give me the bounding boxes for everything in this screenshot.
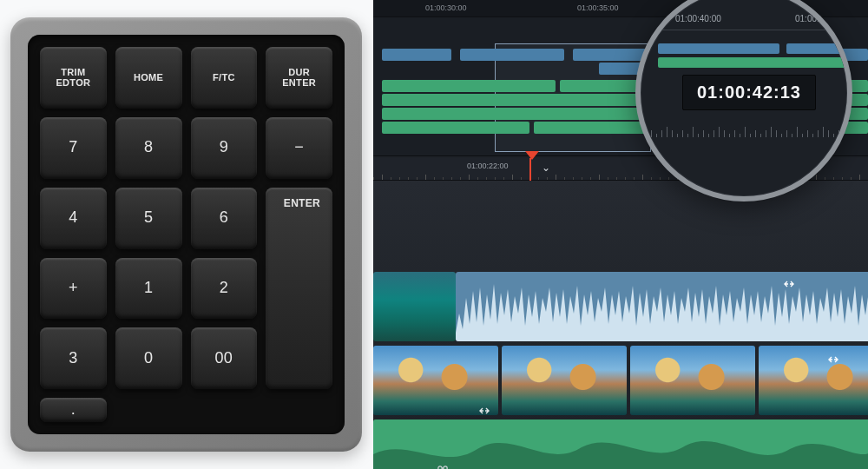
overview-clip[interactable] <box>599 63 642 75</box>
key-6[interactable]: 6 <box>191 188 258 249</box>
key-home[interactable]: HOME <box>115 47 182 109</box>
keypad-bed: TRIM EDTOR HOME F/TC DUR ENTER 7 8 9 − 4… <box>28 35 345 434</box>
timecode-display[interactable]: 01:00:42:13 <box>682 75 816 110</box>
overview-clip[interactable] <box>382 122 529 134</box>
loupe-ruler: 01:00:40:00 01:00:45:00 <box>641 14 847 45</box>
thumbnail <box>759 346 868 415</box>
waveform <box>456 272 868 341</box>
key-0[interactable]: 0 <box>115 327 182 389</box>
overview-clip[interactable] <box>382 49 451 61</box>
track-v2[interactable] <box>373 346 868 415</box>
key-ftc[interactable]: F/TC <box>191 47 258 109</box>
overview-clip <box>658 57 849 68</box>
thumbnail <box>373 272 456 341</box>
clip-video-b[interactable] <box>759 346 868 415</box>
key-9[interactable]: 9 <box>191 117 258 179</box>
clip-video-b[interactable] <box>502 346 627 415</box>
overview-clip[interactable] <box>382 80 556 92</box>
key-dur-enter[interactable]: DUR ENTER <box>266 47 332 109</box>
key-8[interactable]: 8 <box>115 117 182 179</box>
transition-marker-icon[interactable] <box>477 404 491 418</box>
track-a1[interactable] <box>373 419 868 469</box>
key-plus[interactable]: + <box>40 258 107 320</box>
loupe-scale-ticks <box>641 122 847 137</box>
transition-marker-icon[interactable] <box>782 277 796 291</box>
key-5[interactable]: 5 <box>115 188 182 249</box>
timeline-tracks[interactable] <box>373 181 868 469</box>
key-enter[interactable]: ENTER <box>266 188 332 390</box>
ruler-label: 01:00:35:00 <box>577 3 619 12</box>
key-3[interactable]: 3 <box>40 327 107 389</box>
chevron-down-icon: ⌄ <box>542 162 550 174</box>
key-1[interactable]: 1 <box>115 258 182 320</box>
clip-video-b[interactable] <box>630 346 755 415</box>
overview-clip <box>786 43 847 54</box>
ruler-label: 01:00:40:00 <box>675 14 721 23</box>
key-minus[interactable]: − <box>266 117 332 179</box>
key-7[interactable]: 7 <box>40 117 107 179</box>
key-2[interactable]: 2 <box>191 258 258 320</box>
key-period[interactable]: . <box>40 398 107 422</box>
key-4[interactable]: 4 <box>40 188 107 249</box>
clip-audio-music[interactable] <box>456 272 868 341</box>
key-00[interactable]: 00 <box>191 327 258 389</box>
clip-video-a[interactable] <box>373 272 456 341</box>
ruler-label: 01:00:30:00 <box>425 3 467 12</box>
thumbnail <box>630 346 755 415</box>
transition-marker-icon[interactable] <box>826 353 840 367</box>
track-v1[interactable] <box>373 272 868 341</box>
numeric-keypad: TRIM EDTOR HOME F/TC DUR ENTER 7 8 9 − 4… <box>10 17 362 452</box>
thumbnail <box>502 346 627 415</box>
overview-clip <box>658 43 779 54</box>
overview-clip[interactable] <box>460 49 564 61</box>
link-icon <box>436 461 450 469</box>
key-trim-editor[interactable]: TRIM EDTOR <box>40 47 107 109</box>
